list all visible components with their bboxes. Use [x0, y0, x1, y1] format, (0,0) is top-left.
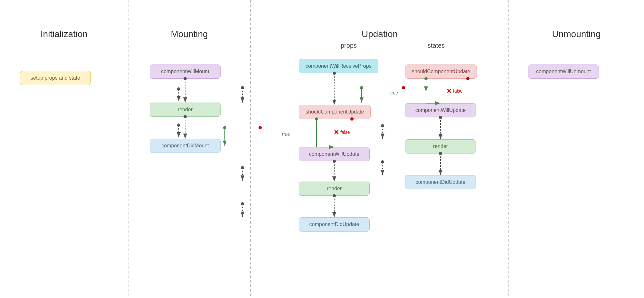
render-mount-node: render — [150, 103, 221, 117]
shouldcomponentupdate-props-node: shouldComponentUpdate — [299, 105, 371, 119]
componentdidmount-node: componentDidMount — [150, 139, 221, 153]
diagram-container: Initialization setup props and state Mou… — [0, 0, 644, 298]
unmounting-title: Unmounting — [509, 29, 644, 39]
states-sublabel: states — [428, 42, 445, 49]
false-label-states: false — [453, 88, 463, 94]
true-label-states: true — [390, 90, 398, 95]
componentwillunmount-node: componentWillUnmount — [528, 65, 599, 79]
render-updation-props-node: render — [299, 182, 370, 196]
mounting-section: Mounting componentWillMount render compo… — [128, 0, 251, 298]
updation-section: Updation props states componentWillRecei… — [251, 0, 509, 298]
setup-props-node: setup props and state — [20, 71, 91, 85]
initialization-section: Initialization setup props and state — [0, 0, 128, 298]
componentdidupdate-props-node: componentDidUpdate — [299, 217, 370, 232]
x-mark-states: ✕ — [446, 87, 452, 95]
unmounting-section: Unmounting componentWillUnmount — [509, 0, 644, 298]
componentwillupdate-states-node: componentWillUpdate — [405, 103, 476, 117]
render-updation-states-node: render — [405, 139, 476, 154]
mounting-title: Mounting — [128, 29, 251, 39]
shouldcomponentupdate-states-node: shouldComponentUpdate — [405, 65, 477, 79]
componentdidupdate-states-node: componentDidUpdate — [405, 175, 476, 189]
updation-title: Updation — [251, 29, 509, 39]
x-mark-props: ✕ — [334, 128, 339, 136]
componentwillupdate-props-node: componentWillUpdate — [299, 147, 370, 161]
componentwillmount-node: componentWillMount — [150, 65, 221, 79]
initialization-title: Initialization — [0, 29, 128, 39]
false-label-props: false — [340, 130, 350, 135]
false-container-states: ✕ false — [446, 87, 463, 95]
true-label-props: true — [282, 132, 290, 137]
false-container-props: ✕ false — [334, 128, 350, 136]
componentwillreceiveprops-node: componentWillReceiveProps — [299, 59, 378, 73]
props-sublabel: props — [341, 42, 357, 49]
